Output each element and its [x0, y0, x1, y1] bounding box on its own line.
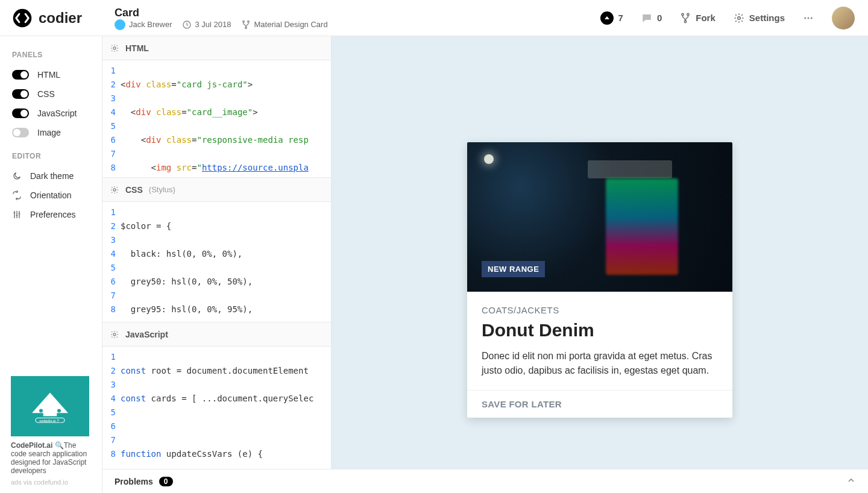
forked-from-text: Material Design Card — [254, 20, 328, 29]
date-chip: 3 Jul 2018 — [182, 20, 231, 30]
ad-image: codepilot.ai 🔍 — [11, 376, 89, 436]
line-gutter: 12345678 — [102, 60, 121, 177]
code-css[interactable]: 12345678 $color = { black: hsl(0, 0%, 0%… — [102, 202, 331, 322]
sidebar-section-editor: EDITOR — [0, 148, 102, 166]
moon-icon — [12, 171, 22, 181]
editor-dark-theme[interactable]: Dark theme — [0, 166, 102, 186]
settings-label: Settings — [749, 13, 785, 23]
line-gutter: 12345678 — [102, 202, 121, 322]
author-name: Jack Brewer — [129, 20, 172, 29]
problems-count: 0 — [159, 477, 173, 486]
code-lines: const root = document.documentElement co… — [121, 347, 331, 469]
svg-point-6 — [687, 13, 689, 15]
header-actions: 7 0 Fork Settings — [600, 0, 868, 36]
page-title: Card — [115, 7, 600, 18]
svg-point-12 — [39, 409, 43, 413]
svg-point-7 — [685, 20, 687, 22]
user-avatar[interactable] — [832, 7, 855, 30]
ad-box[interactable]: codepilot.ai 🔍 CodePilot.ai 🔍The code se… — [0, 369, 102, 493]
orientation-icon — [12, 190, 22, 200]
editor-subtitle: (Stylus) — [149, 185, 175, 194]
svg-point-9 — [804, 17, 806, 19]
svg-point-10 — [808, 17, 810, 19]
meta-line: Jack Brewer 3 Jul 2018 Material Design C… — [115, 19, 600, 30]
editor-html-header: HTML — [102, 36, 331, 60]
neon-sign-icon — [606, 178, 678, 275]
chevron-up-icon[interactable] — [846, 476, 856, 487]
card-action-label: SAVE FOR LATER — [482, 399, 562, 409]
author-avatar-icon — [115, 19, 125, 30]
codier-logo-icon — [12, 8, 33, 28]
fork-icon — [680, 13, 691, 24]
workspace: HTML 12345678 <div class="card js-card">… — [102, 36, 868, 493]
panel-toggle-image[interactable]: Image — [0, 123, 102, 142]
editor-orientation[interactable]: Orientation — [0, 186, 102, 205]
editors-column: HTML 12345678 <div class="card js-card">… — [102, 36, 332, 469]
code-js[interactable]: 12345678 const root = document.documentE… — [102, 347, 331, 469]
toggle-off-icon — [12, 128, 29, 137]
author-chip[interactable]: Jack Brewer — [115, 19, 172, 30]
editor-preferences[interactable]: Preferences — [0, 205, 102, 224]
editor-option-label: Orientation — [30, 190, 71, 200]
line-gutter: 12345678 — [102, 347, 121, 469]
ad-via: ads via codefund.io — [11, 479, 91, 486]
card-action[interactable]: SAVE FOR LATER — [467, 390, 732, 418]
editor-title: JavaScript — [125, 330, 168, 339]
fork-action[interactable]: Fork — [680, 13, 715, 24]
gear-icon[interactable] — [110, 330, 119, 339]
comment-icon — [641, 13, 652, 24]
code-html[interactable]: 12345678 <div class="card js-card"> <div… — [102, 60, 331, 177]
likes-action[interactable]: 7 — [600, 11, 623, 25]
comments-action[interactable]: 0 — [641, 13, 662, 24]
fork-from-chip[interactable]: Material Design Card — [241, 20, 328, 30]
card-badge: NEW RANGE — [482, 261, 545, 277]
panel-toggle-js[interactable]: JavaScript — [0, 104, 102, 123]
gear-icon[interactable] — [110, 43, 119, 53]
panel-toggle-html[interactable]: HTML — [0, 65, 102, 84]
plane-icon: codepilot.ai 🔍 — [26, 388, 74, 424]
more-icon — [803, 13, 814, 24]
problems-label: Problems — [115, 477, 153, 486]
sliders-icon — [12, 210, 22, 219]
gear-icon[interactable] — [110, 185, 119, 195]
panel-label: HTML — [37, 70, 60, 80]
svg-point-2 — [242, 20, 244, 22]
main: PANELS HTML CSS JavaScript Image EDITOR … — [0, 36, 868, 493]
toggle-on-icon — [12, 89, 29, 99]
editor-html: HTML 12345678 <div class="card js-card">… — [102, 36, 331, 178]
sign-bar-icon — [588, 160, 672, 178]
card-image: NEW RANGE — [467, 142, 732, 292]
panel-label: Image — [37, 128, 61, 137]
panel-label: CSS — [37, 89, 55, 99]
fork-label: Fork — [696, 13, 715, 23]
up-icon — [600, 11, 614, 25]
editor-css-header: CSS (Stylus) — [102, 178, 331, 202]
svg-text:codepilot.ai  🔍: codepilot.ai 🔍 — [39, 419, 60, 423]
card-title: Donut Denim — [482, 320, 718, 341]
ad-text: CodePilot.ai 🔍The code search applicatio… — [11, 441, 91, 475]
svg-point-5 — [682, 13, 684, 15]
preview-card[interactable]: NEW RANGE COATS/JACKETS Donut Denim Done… — [467, 142, 732, 418]
more-menu[interactable] — [803, 13, 814, 24]
settings-action[interactable]: Settings — [734, 13, 785, 24]
svg-point-16 — [113, 47, 116, 49]
preview-pane: NEW RANGE COATS/JACKETS Donut Denim Done… — [332, 36, 868, 469]
panel-toggle-css[interactable]: CSS — [0, 84, 102, 104]
ad-title: CodePilot.ai — [11, 441, 52, 450]
fork-icon — [241, 20, 251, 30]
sidebar-section-panels: PANELS — [0, 47, 102, 65]
problems-bar[interactable]: Problems 0 — [102, 469, 868, 493]
clock-icon — [182, 20, 192, 30]
card-desc: Donec id elit non mi porta gravida at eg… — [482, 349, 718, 378]
brand-logo[interactable]: codier — [0, 0, 102, 36]
svg-point-4 — [245, 27, 247, 29]
code-lines: $color = { black: hsl(0, 0%, 0%), grey50… — [121, 202, 331, 322]
brand-name: codier — [39, 10, 82, 27]
panel-label: JavaScript — [37, 108, 77, 118]
editor-js: JavaScript 12345678 const root = documen… — [102, 322, 331, 469]
editor-title: HTML — [125, 43, 149, 53]
svg-point-18 — [113, 333, 116, 336]
date-text: 3 Jul 2018 — [195, 20, 231, 29]
card-category: COATS/JACKETS — [482, 305, 718, 315]
top-bar: codier Card Jack Brewer 3 Jul 2018 Mater… — [0, 0, 868, 36]
